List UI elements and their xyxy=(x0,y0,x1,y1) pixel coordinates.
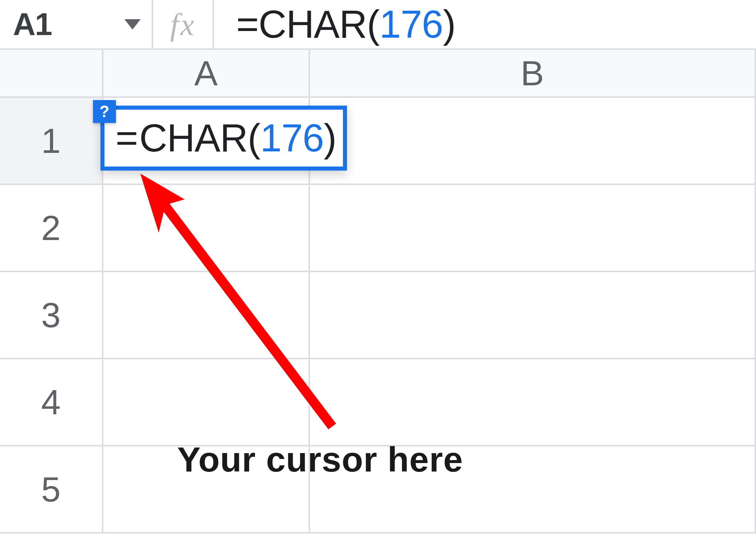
row-header-5[interactable]: 5 xyxy=(0,446,103,534)
cell-editor-fn: CHAR xyxy=(139,116,248,160)
formula-close-paren: ) xyxy=(443,2,456,47)
row-3 xyxy=(103,272,756,359)
cell-A2[interactable] xyxy=(103,185,310,271)
cell-B1[interactable] xyxy=(310,98,756,184)
row-header-3[interactable]: 3 xyxy=(0,272,103,359)
column-header-B[interactable]: B xyxy=(310,50,756,96)
name-box-value: A1 xyxy=(13,6,52,42)
svg-marker-0 xyxy=(124,19,141,30)
row-2 xyxy=(103,185,756,272)
cell-editor-open-paren: ( xyxy=(248,116,260,160)
name-box[interactable]: A1 xyxy=(0,0,153,48)
cell-editor-arg: 176 xyxy=(260,116,324,160)
row-header-4[interactable]: 4 xyxy=(0,359,103,446)
formula-eq: = xyxy=(236,2,258,47)
column-headers: A B xyxy=(103,50,756,98)
formula-arg: 176 xyxy=(379,2,443,47)
column-header-A[interactable]: A xyxy=(103,50,310,96)
row-4 xyxy=(103,359,756,446)
formula-open-paren: ( xyxy=(367,2,379,47)
fx-icon[interactable]: fx xyxy=(153,0,214,48)
cell-A4[interactable] xyxy=(103,359,310,445)
formula-help-badge[interactable]: ? xyxy=(93,100,116,123)
cell-editor-A1[interactable]: =CHAR(176) xyxy=(100,106,347,171)
row-headers: 1 2 3 4 5 xyxy=(0,98,103,538)
annotation-text: Your cursor here xyxy=(177,439,463,480)
cell-B2[interactable] xyxy=(310,185,756,271)
formula-fn: CHAR xyxy=(258,2,367,47)
formula-input[interactable]: =CHAR(176) xyxy=(214,0,756,48)
cell-editor-eq: = xyxy=(116,116,138,160)
row-header-2[interactable]: 2 xyxy=(0,185,103,272)
row-header-1[interactable]: 1 xyxy=(0,98,103,185)
formula-bar: A1 fx =CHAR(176) xyxy=(0,0,756,50)
cell-editor-close-paren: ) xyxy=(324,116,336,160)
cell-A3[interactable] xyxy=(103,272,310,358)
cell-B4[interactable] xyxy=(310,359,756,445)
chevron-down-icon[interactable] xyxy=(124,19,141,30)
cell-B3[interactable] xyxy=(310,272,756,358)
select-all-corner[interactable] xyxy=(0,50,103,98)
